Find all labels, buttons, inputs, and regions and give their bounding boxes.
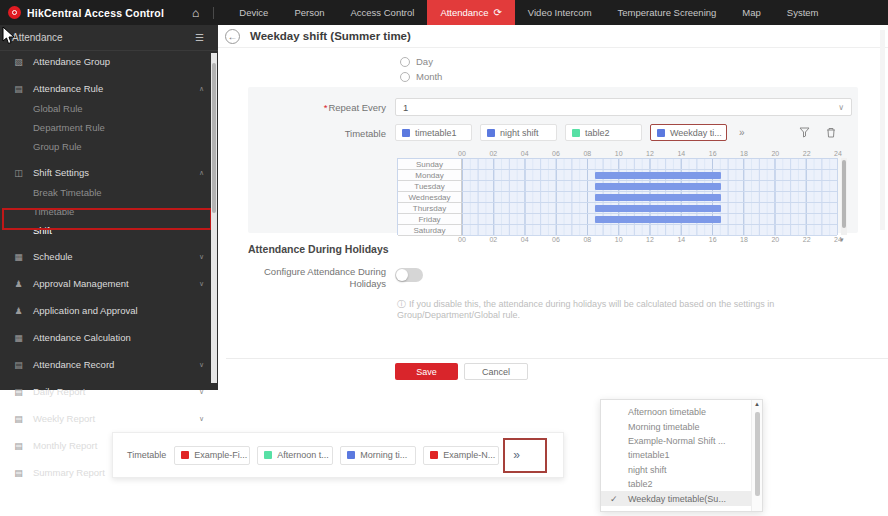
nav-tab-temperature-screening[interactable]: Temperature Screening <box>605 0 730 25</box>
sidebar-item-attendance-rule[interactable]: ▤Attendance Rule∧ <box>0 78 218 99</box>
dropdown-scrollbar[interactable]: ▲ <box>751 400 762 511</box>
nav-tab-label: Video Intercom <box>528 7 592 18</box>
timetable-chip[interactable]: Weekday ti... <box>650 124 727 141</box>
configure-holidays-toggle[interactable] <box>395 268 423 282</box>
timetable-chip[interactable]: night shift <box>480 124 557 141</box>
sidebar-item-label: Shift Settings <box>33 167 89 178</box>
sidebar-item-department-rule[interactable]: Department Rule <box>0 118 218 137</box>
annotation-box-expand <box>503 438 547 473</box>
sidebar-item-shift[interactable]: Shift <box>0 221 218 240</box>
nav-tab-map[interactable]: Map <box>729 0 773 25</box>
dropdown-item[interactable]: timetable1 <box>601 448 762 462</box>
sidebar-item-weekly-report[interactable]: ▤Weekly Report∨ <box>0 408 218 429</box>
grid-track-thursday[interactable] <box>462 203 837 214</box>
dropdown-item[interactable]: Afternoon timetable <box>601 405 762 419</box>
grid-scroll-down-icon[interactable]: ▾ <box>840 236 844 244</box>
hour-tick-label: 08 <box>583 150 591 157</box>
month-radio-button[interactable] <box>400 72 410 82</box>
hour-tick-label: 06 <box>552 150 560 157</box>
nav-tab-system[interactable]: System <box>774 0 832 25</box>
grid-track-friday[interactable] <box>462 214 837 225</box>
expand-timetables-icon[interactable]: » <box>739 127 745 138</box>
sidebar-item-global-rule[interactable]: Global Rule <box>0 99 218 118</box>
dropdown-item[interactable]: night shift <box>601 463 762 477</box>
sidebar-item-label: Weekly Report <box>33 413 95 424</box>
sidebar-item-timetable[interactable]: Timetable <box>0 202 218 221</box>
page-scrollbar[interactable] <box>880 30 885 230</box>
nav-tab-device[interactable]: Device <box>226 0 281 25</box>
dropdown-item[interactable]: table2 <box>601 477 762 491</box>
timetable-chip[interactable]: Example-N... <box>423 446 499 465</box>
dropdown-scroll-thumb[interactable] <box>755 412 760 496</box>
grid-day-label: Monday <box>398 170 462 181</box>
nav-tab-label: Person <box>294 7 324 18</box>
daily-report-icon: ▤ <box>12 387 25 397</box>
sidebar-item-group-rule[interactable]: Group Rule <box>0 137 218 156</box>
cancel-button[interactable]: Cancel <box>464 363 528 380</box>
grid-track-saturday[interactable] <box>462 225 837 236</box>
sidebar-scrollbar[interactable] <box>211 53 217 383</box>
sidebar-item-attendance-record[interactable]: ▤Attendance Record∨ <box>0 354 218 375</box>
radio-month[interactable]: Month <box>400 71 442 82</box>
shift-bar[interactable] <box>595 183 722 190</box>
nav-divider <box>213 7 214 19</box>
dropdown-item-label: timetable1 <box>628 450 670 460</box>
shift-bar[interactable] <box>595 216 722 223</box>
dropdown-item[interactable]: ✓Weekday timetable(Su... <box>601 491 762 505</box>
nav-tab-person[interactable]: Person <box>281 0 337 25</box>
timetable-chip[interactable]: timetable1 <box>395 124 472 141</box>
sidebar-collapse-icon[interactable]: ☰ <box>195 32 204 43</box>
check-icon: ✓ <box>610 494 618 504</box>
filter-icon[interactable] <box>799 127 810 138</box>
sidebar-item-approval-management[interactable]: ♟Approval Management∨ <box>0 273 218 294</box>
sidebar-item-shift-settings[interactable]: ◫Shift Settings∧ <box>0 162 218 183</box>
timetable-chip[interactable]: Afternoon t... <box>257 446 333 465</box>
page-header: ← Weekday shift (Summer time) <box>218 25 888 48</box>
schedule-icon: ▦ <box>12 252 25 262</box>
dropdown-item[interactable]: Example-Normal Shift ... <box>601 434 762 448</box>
sidebar-item-break-timetable[interactable]: Break Timetable <box>0 183 218 202</box>
dropdown-item-label: table2 <box>628 479 653 489</box>
hour-tick-label: 10 <box>615 150 623 157</box>
back-button[interactable]: ← <box>225 29 240 44</box>
grid-track-monday[interactable] <box>462 170 837 181</box>
timetable-dropdown: Afternoon timetableMorning timetableExam… <box>600 399 763 512</box>
timetable-chip[interactable]: table2 <box>565 124 642 141</box>
sidebar-item-schedule[interactable]: ▦Schedule∨ <box>0 246 218 267</box>
grid-track-tuesday[interactable] <box>462 181 837 192</box>
strip-chip-row: Example-Fi...Afternoon t...Morning ti...… <box>174 446 499 465</box>
nav-tab-attendance[interactable]: Attendance⟳ <box>427 0 514 25</box>
timetable-chip[interactable]: Morning ti... <box>340 446 416 465</box>
timetable-chip[interactable]: Example-Fi... <box>174 446 250 465</box>
repeat-every-select[interactable]: 1 ∨ <box>395 98 852 116</box>
dropdown-item-label: night shift <box>628 465 667 475</box>
chip-label: Afternoon t... <box>277 450 329 460</box>
hour-tick-label: 06 <box>552 236 560 243</box>
radio-day[interactable]: Day <box>400 56 433 67</box>
hour-tick-label: 20 <box>771 150 779 157</box>
dropdown-item[interactable]: Morning timetable <box>601 419 762 433</box>
nav-tab-video-intercom[interactable]: Video Intercom <box>515 0 605 25</box>
day-radio-button[interactable] <box>400 57 410 67</box>
chip-label: Weekday ti... <box>670 128 722 138</box>
delete-icon[interactable] <box>826 127 836 138</box>
sidebar-item-attendance-calculation[interactable]: ▦Attendance Calculation <box>0 327 218 348</box>
hour-tick-label: 02 <box>489 150 497 157</box>
grid-scrollbar[interactable] <box>841 158 847 235</box>
home-icon[interactable]: ⌂ <box>192 6 199 20</box>
chip-label: night shift <box>500 128 539 138</box>
grid-track-wednesday[interactable] <box>462 192 837 203</box>
dropdown-scroll-up-icon[interactable]: ▲ <box>754 401 760 407</box>
sidebar-item-daily-report[interactable]: ▤Daily Report∨ <box>0 381 218 402</box>
repeat-every-label: *Repeat Every <box>256 102 386 113</box>
shift-bar[interactable] <box>595 194 722 201</box>
dropdown-item-label: Afternoon timetable <box>628 407 706 417</box>
sidebar-item-attendance-group[interactable]: ▧Attendance Group <box>0 51 218 72</box>
shift-bar[interactable] <box>595 205 722 212</box>
shift-bar[interactable] <box>595 172 722 179</box>
nav-tab-access-control[interactable]: Access Control <box>337 0 427 25</box>
grid-track-sunday[interactable] <box>462 159 837 170</box>
sidebar-item-application-and-approval[interactable]: ♟Application and Approval <box>0 300 218 321</box>
save-button[interactable]: Save <box>395 363 458 380</box>
attendance-calculation-icon: ▦ <box>12 333 25 343</box>
